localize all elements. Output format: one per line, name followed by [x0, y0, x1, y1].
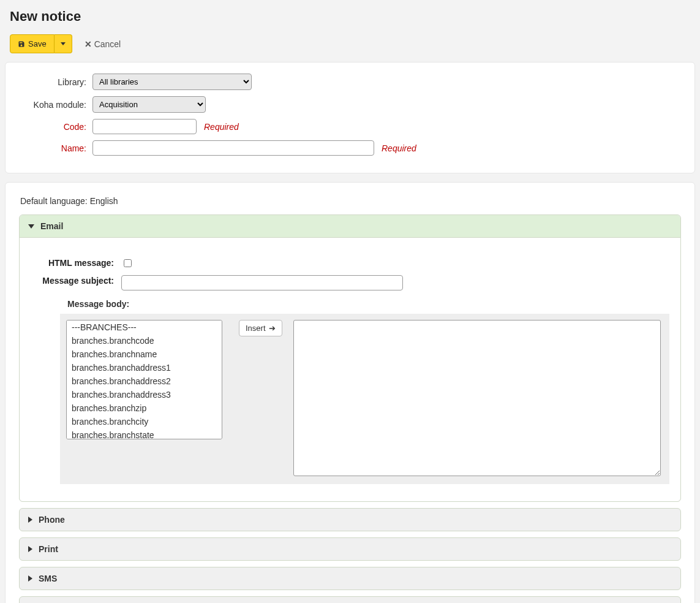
- save-dropdown-button[interactable]: [55, 34, 72, 53]
- save-button-label: Save: [28, 39, 47, 48]
- cancel-button-label: Cancel: [94, 39, 121, 49]
- variable-option[interactable]: branches.branchaddress1: [67, 361, 222, 374]
- accordion-header-phone[interactable]: Phone: [20, 509, 680, 531]
- insert-button[interactable]: Insert ➔: [239, 320, 282, 336]
- library-label: Library:: [19, 77, 92, 87]
- code-required-text: Required: [204, 122, 239, 132]
- module-select[interactable]: Acquisition: [92, 96, 206, 113]
- default-language-row: Default language: English: [20, 196, 680, 206]
- accordion-header-email[interactable]: Email: [20, 215, 680, 238]
- accordion-header-sms[interactable]: SMS: [20, 567, 680, 590]
- message-body-editor: ---BRANCHES---branches.branchcodebranche…: [60, 314, 669, 484]
- accordion-phone: Phone: [19, 508, 681, 531]
- default-language-label: Default language:: [20, 196, 88, 206]
- cancel-button[interactable]: ✕ Cancel: [82, 34, 124, 53]
- message-body-label: Message body:: [67, 299, 669, 309]
- variable-option[interactable]: branches.branchcode: [67, 334, 222, 347]
- message-panel: Default language: English Email HTML mes…: [5, 182, 695, 603]
- name-required-text: Required: [382, 143, 416, 153]
- variable-list[interactable]: ---BRANCHES---branches.branchcodebranche…: [66, 320, 222, 439]
- html-message-checkbox[interactable]: [124, 259, 132, 267]
- save-button[interactable]: Save: [10, 34, 55, 53]
- name-input[interactable]: [92, 140, 374, 156]
- arrow-right-icon: ➔: [269, 324, 276, 333]
- accordion-header-format[interactable]: Format: [20, 597, 680, 603]
- accordion-title-sms: SMS: [39, 574, 57, 583]
- caret-down-icon: [28, 224, 34, 229]
- message-body-textarea[interactable]: [293, 320, 661, 476]
- variable-option[interactable]: branches.branchzip: [67, 401, 222, 415]
- accordion-title-phone: Phone: [39, 515, 65, 525]
- accordion-title-email: Email: [40, 221, 63, 231]
- accordion-format: Format: [19, 596, 681, 603]
- save-icon: [18, 40, 25, 48]
- action-toolbar: Save ✕ Cancel: [10, 34, 695, 53]
- close-icon: ✕: [85, 40, 92, 48]
- html-message-label: HTML message:: [31, 257, 121, 269]
- caret-right-icon: [28, 517, 32, 523]
- message-subject-label: Message subject:: [31, 275, 121, 290]
- accordion-body-email: HTML message: Message subject: Message b…: [20, 238, 680, 501]
- variable-option[interactable]: branches.branchaddress3: [67, 388, 222, 401]
- accordion-email: Email HTML message: Message subject: Mes…: [19, 214, 681, 502]
- variable-option[interactable]: branches.branchstate: [67, 428, 222, 439]
- caret-right-icon: [28, 575, 32, 582]
- page-title: New notice: [10, 9, 695, 25]
- module-label: Koha module:: [19, 100, 92, 110]
- name-label: Name:: [19, 143, 92, 153]
- save-button-group: Save: [10, 34, 72, 53]
- variable-option[interactable]: branches.branchcity: [67, 415, 222, 428]
- variable-option[interactable]: ---BRANCHES---: [67, 320, 222, 334]
- variable-option[interactable]: branches.branchaddress2: [67, 374, 222, 388]
- accordion-title-print: Print: [39, 544, 58, 554]
- accordion-sms: SMS: [19, 567, 681, 590]
- default-language-value: English: [90, 196, 118, 206]
- insert-button-label: Insert: [246, 324, 266, 333]
- accordion-header-print[interactable]: Print: [20, 538, 680, 560]
- caret-right-icon: [28, 546, 32, 552]
- library-select[interactable]: All libraries: [92, 74, 252, 90]
- notice-settings-panel: Library: All libraries Koha module: Acqu…: [5, 62, 695, 173]
- accordion-print: Print: [19, 537, 681, 561]
- message-subject-input[interactable]: [121, 275, 403, 290]
- code-input[interactable]: [92, 119, 197, 134]
- caret-down-icon: [61, 42, 66, 45]
- code-label: Code:: [19, 122, 92, 132]
- variable-option[interactable]: branches.branchname: [67, 347, 222, 361]
